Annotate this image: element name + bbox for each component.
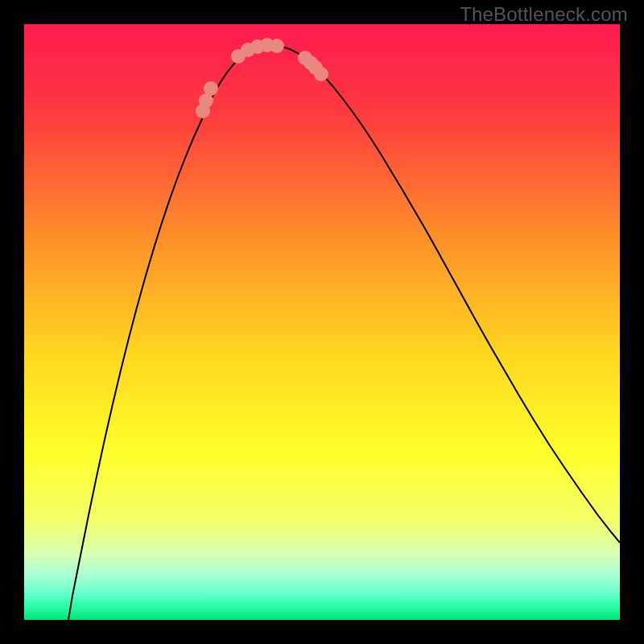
highlight-dots: [24, 24, 620, 620]
chart-frame: TheBottleneck.com: [0, 0, 644, 644]
svg-point-8: [270, 39, 284, 53]
svg-point-12: [314, 67, 328, 81]
plot-area: [24, 24, 620, 620]
svg-point-3: [204, 81, 218, 96]
watermark-text: TheBottleneck.com: [460, 3, 628, 26]
